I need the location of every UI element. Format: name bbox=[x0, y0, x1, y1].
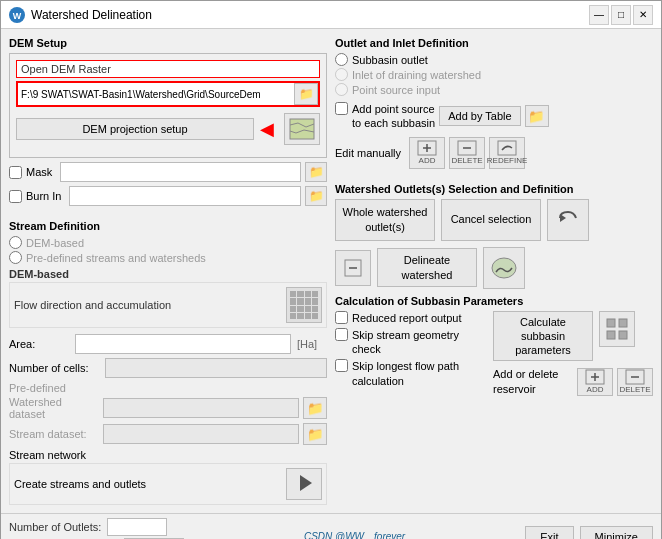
delete-outlet-button[interactable]: DELETE bbox=[449, 137, 485, 169]
add-by-table-folder-button[interactable]: 📁 bbox=[525, 105, 549, 127]
area-input[interactable] bbox=[75, 334, 291, 354]
mask-input-row: 📁 bbox=[60, 162, 327, 182]
undo-icon-button[interactable] bbox=[547, 199, 589, 241]
calc-subbasin-button[interactable]: Calculate subbasin parameters bbox=[493, 311, 593, 362]
svg-marker-3 bbox=[300, 475, 312, 491]
grid-cell-5 bbox=[290, 298, 296, 304]
bottom-buttons: Exit Minimize bbox=[525, 526, 653, 539]
delineate-icon[interactable] bbox=[483, 247, 525, 289]
watershed-dataset-row: Watershed dataset 📁 bbox=[9, 396, 327, 420]
whole-watershed-button[interactable]: Whole watershed outlet(s) bbox=[335, 199, 435, 241]
title-controls: — □ ✕ bbox=[589, 5, 653, 25]
watershed-dataset-input[interactable] bbox=[103, 398, 299, 418]
mask-input[interactable] bbox=[60, 162, 301, 182]
skip-stream-checkbox[interactable] bbox=[335, 328, 348, 341]
burn-in-checkbox[interactable] bbox=[9, 190, 22, 203]
bottom-left: Number of Outlets: Number of Subbasins: bbox=[9, 518, 184, 539]
app-icon: W bbox=[9, 7, 25, 23]
delete-outlet-icon[interactable] bbox=[335, 250, 371, 286]
minimize-button[interactable]: Minimize bbox=[580, 526, 653, 539]
redefine-outlet-button[interactable]: REDEFINE bbox=[489, 137, 525, 169]
grid-cell-3 bbox=[305, 291, 311, 297]
cells-row: Number of cells: bbox=[9, 358, 327, 378]
maximize-button[interactable]: □ bbox=[611, 5, 631, 25]
grid-cell-1 bbox=[290, 291, 296, 297]
predefined-radio-row: Pre-defined streams and watersheds bbox=[9, 251, 327, 264]
watershed-outlets-title: Watershed Outlets(s) Selection and Defin… bbox=[335, 183, 653, 195]
outlets-count-input[interactable] bbox=[107, 518, 167, 536]
create-streams-row: Create streams and outlets bbox=[9, 463, 327, 505]
open-dem-label: Open DEM Raster bbox=[16, 60, 320, 78]
close-button[interactable]: ✕ bbox=[633, 5, 653, 25]
stream-dataset-folder-button[interactable]: 📁 bbox=[303, 423, 327, 445]
grid-cell-14 bbox=[297, 313, 303, 319]
point-source-radio[interactable] bbox=[335, 83, 348, 96]
grid-cell-2 bbox=[297, 291, 303, 297]
dem-based-radio[interactable] bbox=[9, 236, 22, 249]
grid-cell-8 bbox=[312, 298, 318, 304]
create-streams-button[interactable] bbox=[286, 468, 322, 500]
add-outlet-button[interactable]: ADD bbox=[409, 137, 445, 169]
cancel-selection-button[interactable]: Cancel selection bbox=[441, 199, 541, 241]
dem-setup-section: DEM Setup Open DEM Raster 📁 DEM projecti… bbox=[9, 37, 327, 210]
add-reservoir-button[interactable]: ADD bbox=[577, 368, 613, 396]
cells-input[interactable] bbox=[105, 358, 327, 378]
stream-dataset-input[interactable] bbox=[103, 424, 299, 444]
inlet-draining-row: Inlet of draining watershed bbox=[335, 68, 653, 81]
title-bar: W Watershed Delineation — □ ✕ bbox=[1, 1, 661, 29]
point-source-row: Point source input bbox=[335, 83, 653, 96]
path-row: 📁 bbox=[16, 81, 320, 107]
predefined-radio[interactable] bbox=[9, 251, 22, 264]
skip-stream-label: Skip stream geometry check bbox=[352, 328, 485, 357]
mask-folder-button[interactable]: 📁 bbox=[305, 162, 327, 182]
grid-cell-16 bbox=[312, 313, 318, 319]
edit-manually-label: Edit manually bbox=[335, 147, 401, 159]
add-by-table-button[interactable]: Add by Table bbox=[439, 106, 520, 126]
map-button[interactable] bbox=[284, 113, 320, 145]
grid-cell-6 bbox=[297, 298, 303, 304]
skip-longest-checkbox[interactable] bbox=[335, 359, 348, 372]
title-bar-left: W Watershed Delineation bbox=[9, 7, 152, 23]
subbasin-outlet-radio[interactable] bbox=[335, 53, 348, 66]
stream-definition-title: Stream Definition bbox=[9, 220, 327, 232]
exit-button[interactable]: Exit bbox=[525, 526, 573, 539]
flow-direction-row: Flow direction and accumulation bbox=[9, 282, 327, 328]
delete-outlet-btn-label: DELETE bbox=[451, 156, 482, 165]
delineate-watershed-button[interactable]: Delineate watershed bbox=[377, 248, 477, 287]
delete-reservoir-button[interactable]: DELETE bbox=[617, 368, 653, 396]
burn-in-folder-button[interactable]: 📁 bbox=[305, 186, 327, 206]
subbasin-outlet-label: Subbasin outlet bbox=[352, 54, 428, 66]
svg-rect-17 bbox=[619, 331, 627, 339]
predefined-radio-label: Pre-defined streams and watersheds bbox=[26, 252, 206, 264]
reduced-report-checkbox[interactable] bbox=[335, 311, 348, 324]
inlet-draining-radio[interactable] bbox=[335, 68, 348, 81]
grid-cell-7 bbox=[305, 298, 311, 304]
minimize-button[interactable]: — bbox=[589, 5, 609, 25]
inlet-draining-label: Inlet of draining watershed bbox=[352, 69, 481, 81]
edit-manually-section: Edit manually ADD bbox=[335, 137, 653, 169]
calc-subbasin-icon[interactable] bbox=[599, 311, 635, 347]
create-streams-label: Create streams and outlets bbox=[14, 478, 280, 490]
watershed-dataset-folder-button[interactable]: 📁 bbox=[303, 397, 327, 419]
dem-folder-button[interactable]: 📁 bbox=[294, 83, 318, 105]
add-outlet-btn-label: ADD bbox=[419, 156, 436, 165]
grid-cell-15 bbox=[305, 313, 311, 319]
grid-icon bbox=[286, 287, 322, 323]
add-point-checkbox[interactable] bbox=[335, 102, 348, 115]
dem-path-input[interactable] bbox=[18, 87, 294, 102]
svg-marker-10 bbox=[560, 214, 566, 222]
projection-button[interactable]: DEM projection setup bbox=[16, 118, 254, 140]
burn-in-input[interactable] bbox=[69, 186, 301, 206]
grid-cell-10 bbox=[297, 306, 303, 312]
mask-checkbox[interactable] bbox=[9, 166, 22, 179]
subbasin-outlet-row: Subbasin outlet bbox=[335, 53, 653, 66]
grid-cell-13 bbox=[290, 313, 296, 319]
skip-longest-label: Skip longest flow path calculation bbox=[352, 359, 485, 388]
dem-setup-group: Open DEM Raster 📁 DEM projection setup ◀ bbox=[9, 53, 327, 158]
outlet-inlet-section: Outlet and Inlet Definition Subbasin out… bbox=[335, 37, 653, 177]
add-delete-section: Add or delete reservoir ADD bbox=[493, 367, 653, 396]
add-delete-label: Add or delete reservoir bbox=[493, 367, 573, 396]
skip-longest-row: Skip longest flow path calculation bbox=[335, 359, 485, 388]
add-point-checkbox-group: Add point sourceto each subbasin bbox=[335, 102, 435, 131]
area-label: Area: bbox=[9, 338, 69, 350]
